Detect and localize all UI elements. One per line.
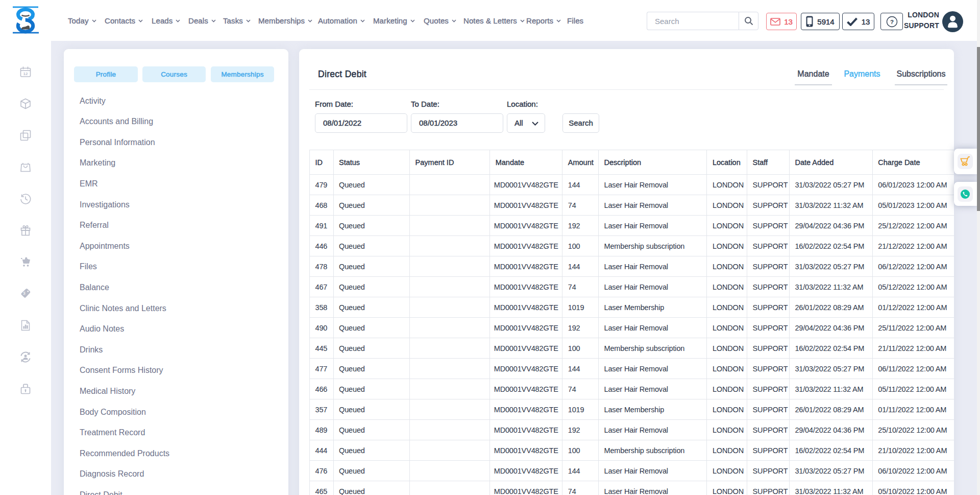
svg-text:12: 12 [23,72,28,76]
svg-text:$: $ [23,291,26,296]
